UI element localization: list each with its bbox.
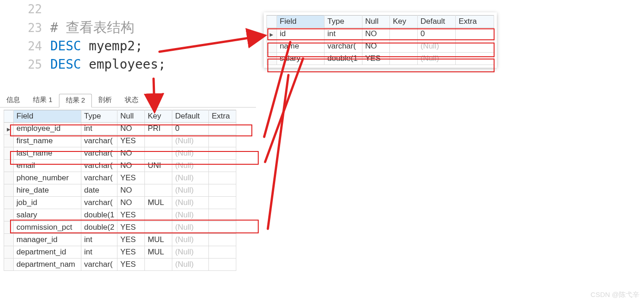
- cell[interactable]: (Null): [172, 147, 209, 160]
- cell[interactable]: 0: [172, 123, 209, 135]
- cell[interactable]: [209, 135, 236, 147]
- col-field[interactable]: Field: [14, 110, 81, 123]
- cell[interactable]: YES: [117, 234, 145, 246]
- cell[interactable]: NO: [117, 160, 145, 172]
- tab-结果 1[interactable]: 结果 1: [27, 94, 59, 107]
- cell[interactable]: date: [81, 184, 117, 197]
- cell[interactable]: (Null): [172, 135, 209, 147]
- cell[interactable]: int: [81, 123, 117, 135]
- cell[interactable]: YES: [117, 135, 145, 147]
- cell[interactable]: [209, 160, 236, 172]
- cell[interactable]: int: [325, 28, 362, 40]
- cell[interactable]: MUL: [145, 234, 172, 246]
- table-row[interactable]: namevarchar(NO(Null): [267, 40, 494, 53]
- cell[interactable]: double(2: [81, 221, 117, 234]
- cell[interactable]: [209, 234, 236, 246]
- cell[interactable]: (Null): [172, 259, 209, 271]
- table-row[interactable]: salarydouble(1YES(Null): [267, 53, 494, 65]
- cell[interactable]: [209, 221, 236, 234]
- cell[interactable]: [145, 259, 172, 271]
- cell[interactable]: department_nam: [14, 259, 81, 271]
- cell[interactable]: varchar(: [325, 40, 362, 53]
- cell[interactable]: id: [277, 28, 324, 40]
- table-row[interactable]: department_namvarchar(YES(Null): [4, 259, 236, 271]
- cell[interactable]: [390, 28, 418, 40]
- cell[interactable]: varchar(: [81, 147, 117, 160]
- cell[interactable]: UNI: [145, 160, 172, 172]
- cell[interactable]: varchar(: [81, 172, 117, 184]
- cell[interactable]: [209, 123, 236, 135]
- cell[interactable]: YES: [117, 259, 145, 271]
- cell[interactable]: [145, 221, 172, 234]
- cell[interactable]: (Null): [172, 160, 209, 172]
- cell[interactable]: [209, 259, 236, 271]
- col-type[interactable]: Type: [325, 16, 362, 28]
- cell[interactable]: YES: [362, 53, 390, 65]
- employees-table[interactable]: FieldTypeNullKeyDefaultExtraemployee_idi…: [4, 110, 236, 271]
- table-row[interactable]: idintNO0: [267, 28, 494, 40]
- cell[interactable]: [145, 184, 172, 197]
- table-row[interactable]: department_idintYESMUL(Null): [4, 246, 236, 259]
- table-row[interactable]: salarydouble(1YES(Null): [4, 209, 236, 221]
- col-field[interactable]: Field: [277, 16, 324, 28]
- tab-结果 2[interactable]: 结果 2: [59, 94, 92, 108]
- col-key[interactable]: Key: [145, 110, 172, 123]
- cell[interactable]: [209, 246, 236, 259]
- cell[interactable]: NO: [117, 184, 145, 197]
- cell[interactable]: YES: [117, 246, 145, 259]
- cell[interactable]: (Null): [172, 184, 209, 197]
- cell[interactable]: varchar(: [81, 259, 117, 271]
- cell[interactable]: varchar(: [81, 197, 117, 209]
- cell[interactable]: [209, 172, 236, 184]
- tab-状态[interactable]: 状态: [118, 94, 145, 107]
- table-row[interactable]: phone_numbervarchar(YES(Null): [4, 172, 236, 184]
- cell[interactable]: [145, 209, 172, 221]
- cell[interactable]: (Null): [172, 209, 209, 221]
- cell[interactable]: [209, 147, 236, 160]
- cell[interactable]: salary: [277, 53, 324, 65]
- cell[interactable]: [209, 209, 236, 221]
- cell[interactable]: double(1: [325, 53, 362, 65]
- cell[interactable]: varchar(: [81, 135, 117, 147]
- cell[interactable]: (Null): [417, 53, 455, 65]
- cell[interactable]: 0: [417, 28, 455, 40]
- cell[interactable]: employee_id: [14, 123, 81, 135]
- cell[interactable]: MUL: [145, 246, 172, 259]
- cell[interactable]: [145, 147, 172, 160]
- cell[interactable]: [390, 40, 418, 53]
- cell[interactable]: [456, 28, 494, 40]
- cell[interactable]: MUL: [145, 197, 172, 209]
- myemp2-table[interactable]: FieldTypeNullKeyDefaultExtraidintNO0name…: [266, 15, 494, 65]
- col-null[interactable]: Null: [117, 110, 145, 123]
- cell[interactable]: (Null): [172, 172, 209, 184]
- table-row[interactable]: commission_pctdouble(2YES(Null): [4, 221, 236, 234]
- cell[interactable]: hire_date: [14, 184, 81, 197]
- cell[interactable]: name: [277, 40, 324, 53]
- cell[interactable]: int: [81, 234, 117, 246]
- tab-信息[interactable]: 信息: [0, 94, 27, 107]
- cell[interactable]: double(1: [81, 209, 117, 221]
- cell[interactable]: salary: [14, 209, 81, 221]
- table-row[interactable]: employee_idintNOPRI0: [4, 123, 236, 135]
- cell[interactable]: phone_number: [14, 172, 81, 184]
- cell[interactable]: NO: [362, 40, 390, 53]
- cell[interactable]: [456, 40, 494, 53]
- cell[interactable]: YES: [117, 172, 145, 184]
- cell[interactable]: int: [81, 246, 117, 259]
- cell[interactable]: first_name: [14, 135, 81, 147]
- cell[interactable]: department_id: [14, 246, 81, 259]
- table-row[interactable]: first_namevarchar(YES(Null): [4, 135, 236, 147]
- cell[interactable]: [456, 53, 494, 65]
- cell[interactable]: [145, 172, 172, 184]
- cell[interactable]: job_id: [14, 197, 81, 209]
- cell[interactable]: (Null): [172, 197, 209, 209]
- cell[interactable]: manager_id: [14, 234, 81, 246]
- cell[interactable]: PRI: [145, 123, 172, 135]
- col-default[interactable]: Default: [417, 16, 455, 28]
- cell[interactable]: commission_pct: [14, 221, 81, 234]
- tab-剖析[interactable]: 剖析: [92, 94, 118, 107]
- cell[interactable]: (Null): [417, 40, 455, 53]
- table-row[interactable]: hire_datedateNO(Null): [4, 184, 236, 197]
- cell[interactable]: [209, 197, 236, 209]
- cell[interactable]: last_name: [14, 147, 81, 160]
